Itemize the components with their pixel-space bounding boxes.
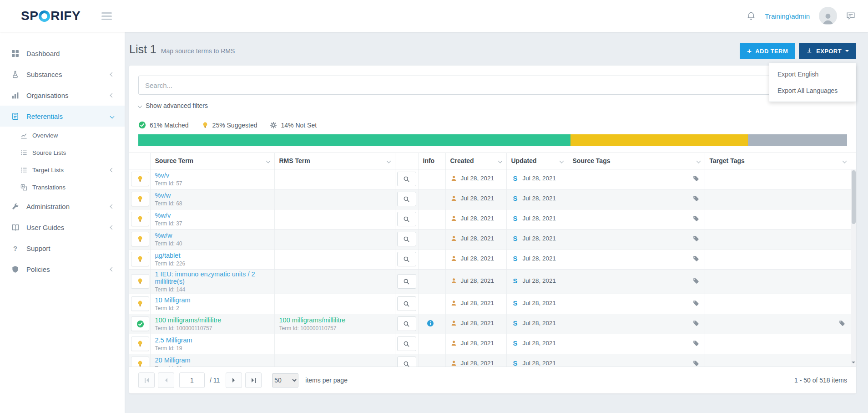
suggested-status-button[interactable] <box>131 357 149 367</box>
stat-label: 25% Suggested <box>212 122 257 129</box>
sidebar-item-translations[interactable]: Translations <box>0 178 125 196</box>
page-number-input[interactable] <box>179 372 205 388</box>
tag-icon[interactable] <box>693 195 699 202</box>
tag-icon[interactable] <box>693 255 699 262</box>
page-size-select[interactable]: 50 <box>272 373 298 388</box>
tag-icon[interactable] <box>693 278 699 284</box>
previous-page-button[interactable] <box>158 372 174 388</box>
view-term-button[interactable] <box>397 172 416 186</box>
advanced-filters-toggle[interactable]: Show advanced filters <box>138 102 208 109</box>
source-term-link[interactable]: 100 milligrams/millilitre <box>155 316 222 324</box>
export-english-menu-item[interactable]: Export English <box>769 66 856 82</box>
plus-icon <box>747 47 752 55</box>
tag-icon[interactable] <box>693 215 699 222</box>
tag-icon[interactable] <box>693 300 699 306</box>
sidebar-item-user-guides[interactable]: User Guides <box>0 217 125 238</box>
column-header-source-term[interactable]: Source Term <box>150 153 274 169</box>
source-term-link[interactable]: 2.5 Milligram <box>155 337 192 344</box>
source-term-link[interactable]: %v/v <box>155 172 169 179</box>
view-term-button[interactable] <box>397 316 416 331</box>
view-term-button[interactable] <box>397 274 416 289</box>
rms-term-link[interactable]: 100 milligrams/millilitre <box>279 316 346 324</box>
chevron-down-icon[interactable] <box>696 159 701 163</box>
export-all-languages-menu-item[interactable]: Export All Languages <box>769 82 856 99</box>
chevron-down-icon[interactable] <box>559 159 564 163</box>
source-term-link[interactable]: 20 Milligram <box>155 357 191 364</box>
search-input[interactable] <box>138 76 847 95</box>
view-term-button[interactable] <box>397 337 416 351</box>
sidebar-item-policies[interactable]: Policies <box>0 259 125 280</box>
chevron-down-icon[interactable] <box>843 159 847 163</box>
bulb-icon <box>136 340 144 347</box>
chat-icon[interactable] <box>846 11 855 20</box>
chevron-down-icon[interactable] <box>266 159 270 163</box>
menu-toggle-icon[interactable] <box>101 12 112 20</box>
table-scrollbar[interactable] <box>851 169 856 367</box>
export-button[interactable]: EXPORT <box>799 43 856 59</box>
suggested-status-button[interactable] <box>131 212 149 226</box>
add-term-button[interactable]: ADD TERM <box>740 43 795 59</box>
scrollbar-down-arrow[interactable] <box>852 362 855 365</box>
column-header-updated[interactable]: Updated <box>506 153 568 169</box>
sidebar-item-administration[interactable]: Administration <box>0 196 125 217</box>
scrollbar-thumb[interactable] <box>852 170 856 224</box>
sidebar-item-dashboard[interactable]: Dashboard <box>0 43 125 64</box>
view-term-button[interactable] <box>397 252 416 266</box>
user-avatar[interactable] <box>819 7 837 25</box>
view-term-button[interactable] <box>397 192 416 206</box>
username[interactable]: Training\admin <box>765 12 810 20</box>
info-icon[interactable] <box>427 320 434 327</box>
view-term-button[interactable] <box>397 232 416 246</box>
sporify-s-icon: S <box>511 174 519 182</box>
suggested-status-button[interactable] <box>131 296 149 311</box>
suggested-status-button[interactable] <box>131 252 149 266</box>
sidebar-item-substances[interactable]: Substances <box>0 64 125 85</box>
magnifier-icon <box>403 301 410 307</box>
source-term-link[interactable]: %w/w <box>155 232 172 239</box>
sidebar-item-source-lists[interactable]: Source Lists <box>0 144 125 161</box>
sidebar-item-referentials[interactable]: Referentials <box>0 106 125 127</box>
last-page-button[interactable] <box>245 372 262 388</box>
suggested-status-button[interactable] <box>131 337 149 351</box>
source-term-link[interactable]: %w/v <box>155 212 171 219</box>
tag-icon[interactable] <box>693 340 699 347</box>
view-term-button[interactable] <box>397 296 416 311</box>
column-header-target-tags[interactable]: Target Tags <box>705 153 851 169</box>
updated-date: Jul 28, 2021 <box>523 195 556 202</box>
person-icon <box>450 360 457 367</box>
suggested-status-button[interactable] <box>131 172 149 186</box>
sidebar-item-support[interactable]: ?Support <box>0 238 125 259</box>
sidebar-item-overview[interactable]: Overview <box>0 127 125 144</box>
column-header-created[interactable]: Created <box>445 153 506 169</box>
view-term-button[interactable] <box>397 357 416 367</box>
chevron-down-icon[interactable] <box>498 159 502 163</box>
tag-icon[interactable] <box>693 320 699 326</box>
source-term-link[interactable]: %v/w <box>155 192 171 199</box>
column-header-source-tags[interactable]: Source Tags <box>568 153 705 169</box>
column-header-rms-term[interactable]: RMS Term <box>274 153 395 169</box>
view-term-button[interactable] <box>397 212 416 226</box>
tag-icon[interactable] <box>693 175 699 182</box>
app-logo[interactable]: SPRIFY <box>21 9 81 23</box>
sidebar-item-organisations[interactable]: Organisations <box>0 85 125 106</box>
source-term-link[interactable]: 10 Milligram <box>155 296 191 304</box>
updated-date: Jul 28, 2021 <box>523 255 556 262</box>
flask-icon <box>11 71 20 78</box>
tag-icon[interactable] <box>693 360 699 367</box>
suggested-status-button[interactable] <box>131 192 149 206</box>
sidebar-item-target-lists[interactable]: Target Lists <box>0 161 125 178</box>
table-row: %w/wTerm Id: 40Jul 28, 2021SJul 28, 2021 <box>129 229 851 249</box>
source-term-link[interactable]: 1 IEU: immuno enzymatic units / 2 millil… <box>155 270 270 285</box>
suggested-status-button[interactable] <box>131 274 149 289</box>
tag-icon[interactable] <box>839 320 845 326</box>
next-page-button[interactable] <box>226 372 242 388</box>
sidebar: DashboardSubstancesOrganisationsReferent… <box>0 32 125 413</box>
source-term-link[interactable]: µg/tablet <box>155 252 181 259</box>
suggested-status-button[interactable] <box>131 232 149 246</box>
notifications-icon[interactable] <box>747 11 756 20</box>
matched-status-button[interactable] <box>131 316 149 331</box>
created-date: Jul 28, 2021 <box>461 300 495 306</box>
tag-icon[interactable] <box>693 235 699 242</box>
first-page-button[interactable] <box>138 372 155 388</box>
chevron-down-icon[interactable] <box>386 159 391 163</box>
